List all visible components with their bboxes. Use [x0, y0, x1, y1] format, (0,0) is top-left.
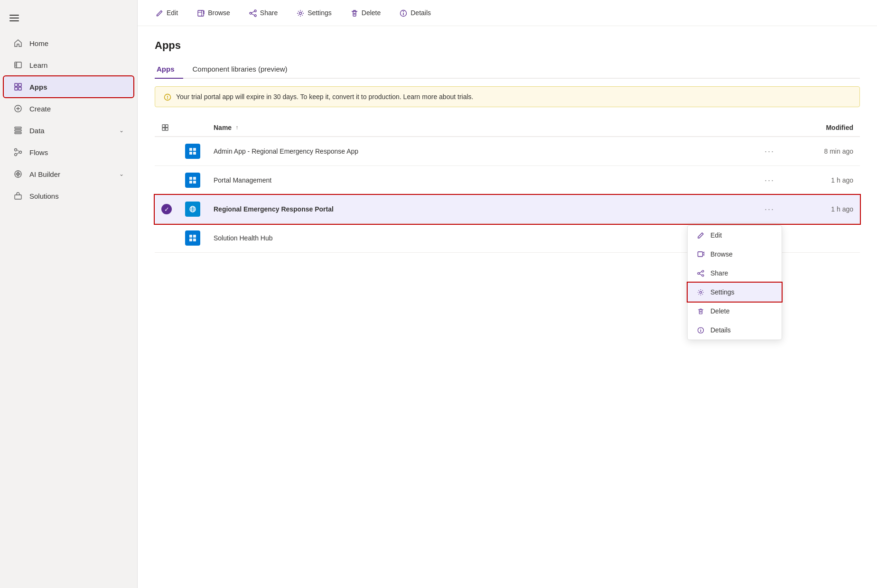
- row-modified-regional: 1 h ago: [784, 195, 860, 224]
- sidebar-item-ai-builder[interactable]: AI Builder ⌄: [4, 164, 133, 184]
- sidebar-item-solutions[interactable]: Solutions: [4, 185, 133, 206]
- svg-rect-41: [189, 235, 192, 238]
- page-title: Apps: [155, 39, 860, 52]
- more-dots-portal-mgmt[interactable]: ···: [762, 175, 777, 186]
- toolbar-delete-icon: [351, 9, 358, 17]
- svg-point-46: [702, 270, 704, 272]
- row-check-regional[interactable]: ✓: [155, 195, 178, 224]
- app-icon-solution-hub: [185, 230, 200, 246]
- svg-point-14: [15, 154, 17, 156]
- svg-rect-32: [193, 148, 196, 151]
- sidebar-item-flows[interactable]: Flows: [4, 142, 133, 163]
- context-browse-label: Browse: [710, 250, 733, 258]
- row-name-solution-hub: Solution Health Hub: [207, 224, 755, 253]
- toolbar-details-button[interactable]: Details: [397, 7, 434, 19]
- toolbar-share-button[interactable]: Share: [246, 7, 280, 19]
- sidebar-item-data[interactable]: Data ⌄: [4, 120, 133, 141]
- svg-rect-31: [189, 148, 192, 151]
- context-delete-icon: [696, 308, 705, 315]
- context-menu-browse[interactable]: Browse: [688, 245, 782, 264]
- sidebar-item-create[interactable]: Create: [4, 98, 133, 119]
- sidebar-item-create-label: Create: [29, 105, 124, 113]
- col-header-modified[interactable]: Modified: [784, 119, 860, 137]
- svg-rect-45: [698, 252, 702, 257]
- notice-banner: Your trial portal app will expire in 30 …: [155, 86, 860, 107]
- selected-check-icon: ✓: [161, 204, 172, 214]
- svg-rect-30: [166, 128, 168, 131]
- ai-builder-chevron-icon: ⌄: [119, 171, 124, 177]
- more-dots-admin[interactable]: ···: [762, 146, 777, 157]
- context-settings-icon: [696, 289, 705, 296]
- row-check-solution-hub[interactable]: [155, 224, 178, 253]
- svg-rect-7: [19, 87, 21, 90]
- context-menu-edit[interactable]: Edit: [688, 226, 782, 245]
- context-delete-label: Delete: [710, 307, 729, 315]
- table-header-row: Name ↑ Modified: [155, 119, 860, 137]
- toolbar-settings-label: Settings: [308, 9, 332, 17]
- svg-rect-29: [162, 128, 165, 131]
- svg-rect-38: [193, 181, 196, 184]
- toolbar-browse-button[interactable]: Browse: [194, 7, 233, 19]
- svg-point-26: [167, 98, 168, 99]
- more-dots-regional[interactable]: ···: [762, 203, 777, 215]
- toolbar-edit-icon: [156, 9, 163, 17]
- toolbar-share-icon: [249, 9, 257, 17]
- ai-builder-icon: [13, 169, 23, 179]
- row-more-portal-mgmt[interactable]: ···: [755, 166, 784, 195]
- svg-rect-36: [193, 177, 196, 180]
- context-menu-share[interactable]: Share: [688, 264, 782, 283]
- svg-rect-9: [15, 127, 21, 129]
- sidebar-item-learn[interactable]: Learn: [4, 55, 133, 75]
- row-modified-admin: 8 min ago: [784, 137, 860, 166]
- svg-point-49: [700, 291, 701, 293]
- context-details-icon: [696, 327, 705, 334]
- flows-icon: [13, 147, 23, 157]
- toolbar-edit-button[interactable]: Edit: [153, 7, 181, 19]
- tab-apps[interactable]: Apps: [155, 61, 183, 78]
- svg-point-24: [403, 11, 404, 12]
- toolbar-settings-button[interactable]: Settings: [294, 7, 335, 19]
- svg-point-19: [254, 10, 256, 12]
- row-check-portal-mgmt[interactable]: [155, 166, 178, 195]
- row-more-admin[interactable]: ···: [755, 137, 784, 166]
- context-details-label: Details: [710, 326, 731, 334]
- tab-component-libraries[interactable]: Component libraries (preview): [191, 61, 296, 78]
- svg-rect-10: [15, 130, 21, 131]
- row-modified-portal-mgmt: 1 h ago: [784, 166, 860, 195]
- toolbar-delete-button[interactable]: Delete: [348, 7, 383, 19]
- toolbar-details-label: Details: [411, 9, 431, 17]
- row-modified-solution-hub: [784, 224, 860, 253]
- sidebar: Home Learn Apps: [0, 0, 138, 588]
- context-menu: Edit Browse: [687, 225, 782, 340]
- content-area: Apps Apps Component libraries (preview) …: [138, 26, 877, 588]
- svg-point-21: [250, 12, 252, 14]
- col-header-more: [755, 119, 784, 137]
- svg-rect-2: [9, 20, 19, 21]
- col-header-name[interactable]: Name ↑: [207, 119, 755, 137]
- svg-point-20: [254, 15, 256, 17]
- table-row[interactable]: Admin App - Regional Emergency Response …: [155, 137, 860, 166]
- row-check-admin[interactable]: [155, 137, 178, 166]
- data-chevron-icon: ⌄: [119, 127, 124, 134]
- sidebar-item-home-label: Home: [29, 39, 124, 47]
- app-icon-portal-mgmt: [185, 173, 200, 188]
- svg-rect-44: [193, 239, 196, 241]
- sidebar-item-home[interactable]: Home: [4, 33, 133, 54]
- row-name-portal-mgmt: Portal Management: [207, 166, 755, 195]
- apps-icon: [13, 82, 23, 92]
- context-menu-settings[interactable]: Settings: [688, 283, 782, 302]
- sidebar-item-apps[interactable]: Apps: [4, 76, 133, 97]
- svg-rect-28: [166, 125, 168, 128]
- table-row[interactable]: Portal Management ··· 1 h ago: [155, 166, 860, 195]
- context-share-icon: [696, 270, 705, 277]
- context-menu-delete[interactable]: Delete: [688, 302, 782, 321]
- hamburger-button[interactable]: [0, 8, 137, 32]
- toolbar-edit-label: Edit: [167, 9, 178, 17]
- svg-rect-37: [189, 181, 192, 184]
- toolbar: Edit Browse Share: [138, 0, 877, 26]
- context-menu-details[interactable]: Details: [688, 321, 782, 340]
- row-more-regional[interactable]: ···: [755, 195, 784, 224]
- svg-rect-17: [15, 195, 21, 199]
- table-row-selected[interactable]: ✓ Regional Emergency: [155, 195, 860, 224]
- app-icon-regional: [185, 202, 200, 217]
